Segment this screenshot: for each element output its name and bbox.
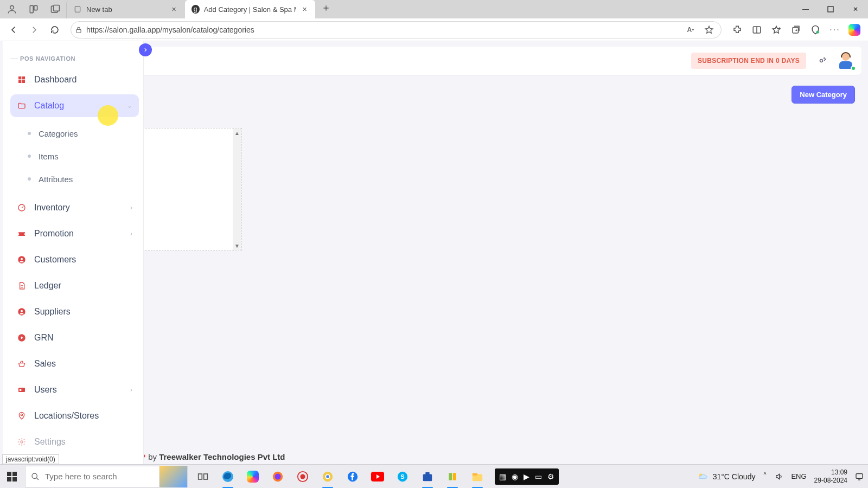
- app-icon[interactable]: [445, 469, 460, 484]
- sidebar-item-ledger[interactable]: Ledger: [10, 274, 139, 297]
- favorite-star-icon[interactable]: [701, 22, 717, 37]
- scrollbar[interactable]: [233, 129, 241, 250]
- svg-rect-42: [425, 472, 429, 474]
- sidebar-item-label: Inventory: [34, 203, 70, 213]
- click-highlight: [98, 105, 118, 126]
- new-tab-button[interactable]: ＋: [318, 0, 334, 15]
- address-bar[interactable]: A»: [71, 21, 722, 38]
- weather-widget[interactable]: 31°C Cloudy: [697, 471, 756, 483]
- svg-rect-2: [34, 5, 37, 10]
- sidebar-item-customers[interactable]: Customers: [10, 248, 139, 271]
- svg-rect-5: [75, 7, 80, 12]
- sidebar-subitem-categories[interactable]: Categories: [10, 123, 139, 144]
- maximize-button[interactable]: [818, 0, 843, 18]
- sidebar-item-sales[interactable]: Sales: [10, 352, 139, 375]
- svg-point-36: [326, 475, 329, 478]
- close-icon[interactable]: ✕: [301, 5, 309, 14]
- sidebar-item-dashboard[interactable]: Dashboard: [10, 68, 139, 91]
- record-icon[interactable]: [295, 469, 310, 484]
- xbox-gamebar[interactable]: ▦ ◉ ▶ ▭ ⚙: [495, 468, 559, 485]
- copilot-icon[interactable]: [845, 21, 864, 39]
- chevron-right-icon: ›: [130, 386, 132, 394]
- dashboard-icon: [17, 75, 27, 85]
- task-view-icon[interactable]: [195, 469, 210, 484]
- gamebar-record-icon[interactable]: ▶: [524, 472, 529, 481]
- gamebar-perf-icon[interactable]: ▭: [535, 472, 542, 481]
- favorites-icon[interactable]: [767, 21, 786, 39]
- sidebar-item-locations[interactable]: Locations/Stores: [10, 404, 139, 427]
- lock-icon[interactable]: [71, 26, 86, 34]
- svg-rect-28: [204, 474, 208, 479]
- sidebar-item-label: Promotion: [34, 229, 74, 239]
- user-avatar[interactable]: [837, 52, 855, 70]
- sidebar-item-catalog[interactable]: Catalog ⌄: [10, 94, 139, 117]
- sidebar-subitem-attributes[interactable]: Attributes: [10, 168, 139, 190]
- sidebar-item-promotion[interactable]: Promotion ›: [10, 222, 139, 245]
- sidebar-toggle-button[interactable]: [139, 43, 152, 56]
- chrome-icon[interactable]: [320, 469, 335, 484]
- gauge-icon: [17, 203, 27, 213]
- start-button[interactable]: [0, 465, 24, 489]
- sidebar: POS NAVIGATION Dashboard Catalog ⌄ Categ…: [3, 41, 144, 464]
- collections-icon[interactable]: [787, 21, 805, 39]
- sidebar-item-settings[interactable]: Settings: [10, 431, 139, 453]
- split-screen-icon[interactable]: [748, 21, 766, 39]
- sidebar-item-inventory[interactable]: Inventory ›: [10, 196, 139, 219]
- sidebar-subitem-items[interactable]: Items: [10, 145, 139, 167]
- firefox-icon[interactable]: [270, 469, 285, 484]
- browser-essentials-icon[interactable]: [806, 21, 825, 39]
- url-input[interactable]: [86, 22, 683, 38]
- sidebar-item-grn[interactable]: GRN: [10, 326, 139, 349]
- chevron-right-icon: ›: [130, 204, 132, 211]
- close-icon[interactable]: ✕: [170, 5, 178, 14]
- youtube-icon[interactable]: [370, 469, 385, 484]
- tab-active[interactable]: g Add Category | Salon & Spa Mana ✕: [185, 0, 315, 18]
- svg-rect-13: [22, 76, 25, 79]
- facebook-icon[interactable]: [345, 469, 360, 484]
- tray-overflow-icon[interactable]: ˄: [763, 471, 767, 481]
- read-aloud-icon[interactable]: A»: [683, 22, 698, 37]
- forward-button[interactable]: [25, 21, 43, 39]
- tab-new[interactable]: New tab ✕: [66, 0, 185, 18]
- gamebar-widgets-icon[interactable]: ▦: [499, 472, 506, 481]
- sidebar-item-label: Locations/Stores: [34, 411, 99, 421]
- copilot-taskbar-icon[interactable]: [245, 469, 260, 484]
- scroll-down-icon[interactable]: ▼: [233, 241, 241, 250]
- footer-credit: ❤ by Treewalker Technologies Pvt Ltd: [139, 452, 285, 462]
- svg-rect-23: [20, 389, 21, 391]
- svg-point-18: [21, 258, 23, 260]
- action-center-icon[interactable]: [855, 472, 864, 481]
- close-window-button[interactable]: ✕: [843, 0, 868, 18]
- skype-icon[interactable]: S: [395, 469, 410, 484]
- store-icon[interactable]: [420, 469, 435, 484]
- edge-icon[interactable]: [220, 469, 235, 484]
- svg-point-33: [300, 474, 305, 479]
- site-icon: g: [192, 5, 200, 14]
- sidebar-item-users[interactable]: Users ›: [10, 378, 139, 401]
- scroll-up-icon[interactable]: ▲: [233, 129, 241, 137]
- taskbar-search[interactable]: [25, 466, 188, 487]
- explorer-icon[interactable]: [470, 469, 485, 484]
- taskbar-clock[interactable]: 13:09 29-08-2024: [814, 468, 847, 484]
- minimize-button[interactable]: ―: [793, 0, 818, 18]
- sidebar-item-suppliers[interactable]: Suppliers: [10, 300, 139, 323]
- svg-rect-27: [199, 474, 202, 479]
- gamebar-capture-icon[interactable]: ◉: [512, 472, 518, 481]
- tab-actions-icon[interactable]: [49, 3, 62, 16]
- back-button[interactable]: [4, 21, 23, 39]
- new-category-button[interactable]: New Category: [792, 86, 855, 104]
- svg-point-24: [21, 414, 22, 415]
- sidebar-item-label: Sales: [34, 359, 56, 369]
- taskbar-search-input[interactable]: [45, 472, 154, 481]
- settings-icon[interactable]: [814, 53, 829, 68]
- more-menu-icon[interactable]: ···: [826, 21, 844, 39]
- gamebar-settings-icon[interactable]: ⚙: [547, 472, 554, 481]
- sidebar-item-label: Users: [34, 385, 57, 395]
- svg-rect-14: [18, 80, 21, 83]
- language-indicator[interactable]: ENG: [791, 472, 806, 480]
- volume-icon[interactable]: [775, 472, 783, 481]
- profile-icon[interactable]: [5, 3, 18, 16]
- extensions-icon[interactable]: [728, 21, 746, 39]
- reload-button[interactable]: [46, 21, 64, 39]
- workspaces-icon[interactable]: [27, 3, 40, 16]
